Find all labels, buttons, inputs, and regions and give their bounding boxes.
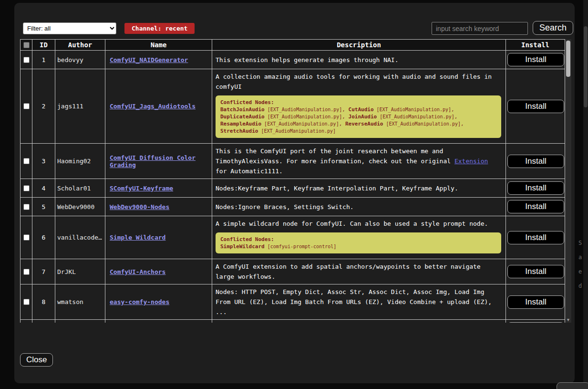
row-checkbox[interactable] xyxy=(23,299,30,305)
row-checkbox-cell xyxy=(21,198,32,216)
row-name-cell: ComfyUI_NAIDGenerator xyxy=(105,51,212,69)
page-scrollbar[interactable] xyxy=(583,0,588,389)
row-checkbox-cell xyxy=(21,216,32,259)
row-name-cell: ComfyUI-Anchors xyxy=(105,259,212,284)
conflict-title: Conflicted Nodes: xyxy=(220,99,496,106)
search-button[interactable]: Search xyxy=(533,21,573,35)
install-button[interactable]: Install xyxy=(507,100,564,113)
row-checkbox[interactable] xyxy=(23,204,30,210)
select-all-checkbox[interactable] xyxy=(23,42,30,48)
install-button[interactable]: Install xyxy=(507,181,564,195)
install-button[interactable]: Install xyxy=(507,231,564,244)
node-name-link[interactable]: easy-comfy-nodes xyxy=(110,298,169,305)
row-description: Nodes: ComfyUI Mexx Styler, ComfyUI Mexx… xyxy=(212,320,506,323)
row-author: bedovyy xyxy=(55,51,105,69)
scroll-down-arrow-icon[interactable]: ▼ xyxy=(565,317,571,322)
conflict-warning: Conflicted Nodes:SimpleWildcard [comfyui… xyxy=(216,232,501,253)
row-install-cell: Install xyxy=(506,216,565,259)
conflict-node-name: DuplicateAudio xyxy=(220,114,265,120)
conflict-node-ref: [EXT_AudioManipulation.py] xyxy=(374,107,452,112)
description-text: This is the ComfyUI port of the joint re… xyxy=(216,146,502,176)
install-button[interactable]: Install xyxy=(507,200,564,213)
row-name-cell: Simple Wildcard xyxy=(105,216,212,259)
row-description: This is the ComfyUI port of the joint re… xyxy=(212,144,506,179)
row-id: 1 xyxy=(32,51,55,69)
row-install-cell: Install xyxy=(506,198,565,216)
row-author: DrJKL xyxy=(55,259,105,284)
conflict-node-ref: [EXT_AudioManipulation.py] xyxy=(258,128,336,134)
edge-glyph: a xyxy=(578,254,582,261)
page-scrollbar-thumb[interactable] xyxy=(584,26,588,107)
row-author: SoftMeng xyxy=(55,320,105,323)
row-checkbox-cell xyxy=(21,320,32,323)
conflict-node-name: JoinAudio xyxy=(349,114,377,120)
description-text: This extension helps generate images thr… xyxy=(216,55,502,65)
install-button[interactable]: Install xyxy=(507,295,564,309)
close-button[interactable]: Close xyxy=(20,353,53,367)
conflict-node-name: SimpleWildcard xyxy=(220,243,265,250)
node-name-link[interactable]: Simple Wildcard xyxy=(110,234,165,241)
row-id: 5 xyxy=(32,198,55,216)
table-row: 3Haoming02ComfyUI Diffusion Color Gradin… xyxy=(21,144,565,179)
install-button[interactable]: Install xyxy=(507,265,564,278)
row-author: Haoming02 xyxy=(55,144,105,179)
row-name-cell: ComfyUI_Mexx_Styler xyxy=(105,320,212,323)
row-id: 6 xyxy=(32,216,55,259)
node-name-link[interactable]: ComfyUI Diffusion Color Grading xyxy=(110,154,196,168)
edge-glyph: d xyxy=(578,283,582,289)
col-header-name: Name xyxy=(105,40,212,51)
conflict-node-name: CutAudio xyxy=(349,106,374,113)
install-button[interactable]: Install xyxy=(507,322,564,323)
edge-glyph: e xyxy=(578,268,582,275)
filter-select[interactable]: Filter: all xyxy=(23,22,116,34)
row-checkbox-cell xyxy=(21,284,32,320)
conflict-node-name: ReverseAudio xyxy=(345,121,383,127)
node-name-link[interactable]: ComfyUI_NAIDGenerator xyxy=(110,56,188,63)
conflict-node-ref: [EXT_AudioManipulation.py] xyxy=(265,114,342,119)
row-author: Scholar01 xyxy=(55,179,105,198)
node-name-link[interactable]: WebDev9000-Nodes xyxy=(110,203,169,210)
row-id: 3 xyxy=(32,144,55,179)
description-link[interactable]: Extension xyxy=(454,158,488,165)
row-checkbox[interactable] xyxy=(23,234,30,241)
description-text: Nodes:Keyframe Part, Keyframe Interpolat… xyxy=(216,183,502,193)
row-id: 2 xyxy=(32,69,55,144)
row-install-cell: Install xyxy=(506,284,565,320)
conflict-node-ref: [EXT_AudioManipulation.py] xyxy=(377,114,454,119)
corner-button-partial[interactable] xyxy=(557,382,588,389)
row-checkbox-cell xyxy=(21,259,32,284)
row-checkbox[interactable] xyxy=(23,103,30,109)
row-checkbox-cell xyxy=(21,69,32,144)
install-button[interactable]: Install xyxy=(507,155,564,168)
row-checkbox-cell xyxy=(21,179,32,198)
row-description: Nodes:Ignore Braces, Settings Switch. xyxy=(212,198,506,216)
row-author: jags111 xyxy=(55,69,105,144)
row-install-cell: Install xyxy=(506,259,565,284)
search-input[interactable] xyxy=(432,22,528,35)
table-scrollbar-thumb[interactable] xyxy=(566,41,570,77)
row-name-cell: ComfyUI Diffusion Color Grading xyxy=(105,144,212,179)
node-name-link[interactable]: ComfyUI-Anchors xyxy=(110,268,165,275)
node-name-link[interactable]: SComfyUI-Keyframe xyxy=(110,185,173,192)
row-id: 8 xyxy=(32,284,55,320)
table-scrollbar[interactable]: ▼ xyxy=(565,39,571,323)
row-id: 4 xyxy=(32,179,55,198)
row-checkbox[interactable] xyxy=(23,185,30,191)
description-text: A collection amazing audio tools for wor… xyxy=(216,72,502,92)
conflict-title: Conflicted Nodes: xyxy=(220,236,496,243)
install-button[interactable]: Install xyxy=(507,53,564,66)
row-author: vanillacode… xyxy=(55,216,105,259)
channel-badge: Channel: recent xyxy=(124,23,195,34)
description-text: Nodes: HTTP POST, Empty Dict, Assoc Str,… xyxy=(216,287,502,317)
table-row: 8wmatsoneasy-comfy-nodesNodes: HTTP POST… xyxy=(21,284,565,320)
row-checkbox[interactable] xyxy=(23,57,30,63)
row-checkbox[interactable] xyxy=(23,158,30,164)
conflict-warning: Conflicted Nodes:BatchJoinAudio [EXT_Aud… xyxy=(216,95,501,138)
table-row: 9SoftMengComfyUI_Mexx_StylerNodes: Comfy… xyxy=(21,320,565,323)
description-text: A simple wildcard node for ComfyUI. Can … xyxy=(216,219,502,229)
node-name-link[interactable]: ComfyUI_Jags_Audiotools xyxy=(110,103,196,110)
conflict-node-ref: [EXT_AudioManipulation.py] xyxy=(261,121,339,126)
table-wrap: ID Author Name Description Install 1bedo… xyxy=(20,39,571,323)
row-checkbox[interactable] xyxy=(23,269,30,275)
row-description: A simple wildcard node for ComfyUI. Can … xyxy=(212,216,506,259)
